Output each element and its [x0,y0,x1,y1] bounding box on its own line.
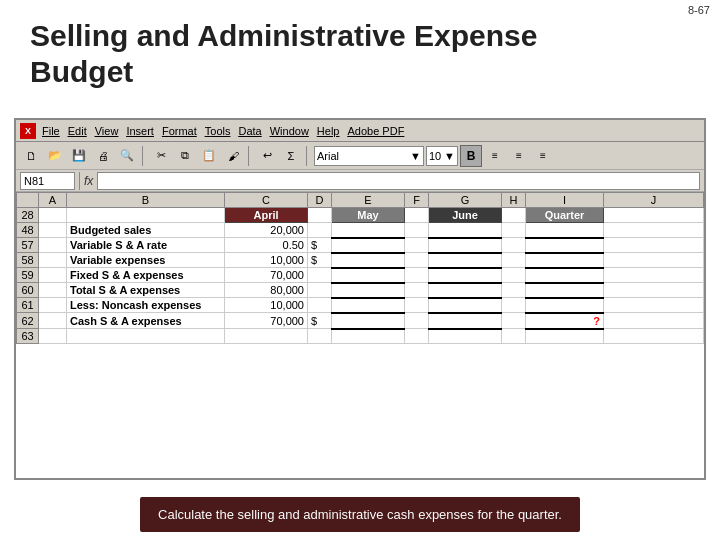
undo-button[interactable]: ↩ [256,145,278,167]
cell-j62[interactable] [604,313,704,329]
formula-input[interactable] [97,172,700,190]
cell-b57[interactable]: Variable S & A rate [67,238,225,253]
cell-i48[interactable] [526,223,604,238]
cell-f63[interactable] [405,329,429,344]
cell-c60[interactable]: 80,000 [225,283,308,298]
cell-h62[interactable] [502,313,526,329]
bold-button[interactable]: B [460,145,482,167]
menu-insert[interactable]: Insert [126,125,154,137]
cell-b61[interactable]: Less: Noncash expenses [67,298,225,313]
menu-format[interactable]: Format [162,125,197,137]
cell-f59[interactable] [405,268,429,283]
cell-g58[interactable] [429,253,502,268]
cell-i62-question[interactable]: ? [526,313,604,329]
cell-h57[interactable] [502,238,526,253]
cell-b48[interactable]: Budgeted sales [67,223,225,238]
cell-e58[interactable] [332,253,405,268]
save-button[interactable]: 💾 [68,145,90,167]
cell-g61[interactable] [429,298,502,313]
menu-window[interactable]: Window [270,125,309,137]
cell-e60[interactable] [332,283,405,298]
sigma-button[interactable]: Σ [280,145,302,167]
cell-a28[interactable] [39,208,67,223]
cell-b60[interactable]: Total S & A expenses [67,283,225,298]
copy-button[interactable]: ⧉ [174,145,196,167]
print-button[interactable]: 🖨 [92,145,114,167]
menu-edit[interactable]: Edit [68,125,87,137]
cell-a63[interactable] [39,329,67,344]
menu-tools[interactable]: Tools [205,125,231,137]
cell-j58[interactable] [604,253,704,268]
cell-g48[interactable] [429,223,502,238]
cell-j48[interactable] [604,223,704,238]
cell-a60[interactable] [39,283,67,298]
cell-reference-box[interactable]: N81 [20,172,75,190]
cell-g60[interactable] [429,283,502,298]
menu-help[interactable]: Help [317,125,340,137]
cell-c48[interactable]: 20,000 [225,223,308,238]
cell-d57[interactable]: $ [308,238,332,253]
cell-f62[interactable] [405,313,429,329]
cell-d63[interactable] [308,329,332,344]
cell-a48[interactable] [39,223,67,238]
menu-adobe-pdf[interactable]: Adobe PDF [347,125,404,137]
cell-a58[interactable] [39,253,67,268]
cell-j59[interactable] [604,268,704,283]
cell-b62[interactable]: Cash S & A expenses [67,313,225,329]
cell-b58[interactable]: Variable expenses [67,253,225,268]
cell-j63[interactable] [604,329,704,344]
cell-e63[interactable] [332,329,405,344]
cell-e61[interactable] [332,298,405,313]
cell-g59[interactable] [429,268,502,283]
cell-c63[interactable] [225,329,308,344]
cell-a62[interactable] [39,313,67,329]
cell-e62[interactable] [332,313,405,329]
open-button[interactable]: 📂 [44,145,66,167]
preview-button[interactable]: 🔍 [116,145,138,167]
cut-button[interactable]: ✂ [150,145,172,167]
cell-a57[interactable] [39,238,67,253]
cell-e59[interactable] [332,268,405,283]
cell-b63[interactable] [67,329,225,344]
menu-file[interactable]: File [42,125,60,137]
cell-d61[interactable] [308,298,332,313]
cell-f58[interactable] [405,253,429,268]
cell-i59[interactable] [526,268,604,283]
cell-c61[interactable]: 10,000 [225,298,308,313]
cell-g57[interactable] [429,238,502,253]
cell-f48[interactable] [405,223,429,238]
cell-e48[interactable] [332,223,405,238]
align-left-button[interactable]: ≡ [484,145,506,167]
cell-c59[interactable]: 70,000 [225,268,308,283]
cell-a61[interactable] [39,298,67,313]
menu-data[interactable]: Data [238,125,261,137]
cell-e57[interactable] [332,238,405,253]
cell-d58[interactable]: $ [308,253,332,268]
cell-b28[interactable] [67,208,225,223]
cell-i58[interactable] [526,253,604,268]
cell-c62[interactable]: 70,000 [225,313,308,329]
cell-f60[interactable] [405,283,429,298]
menu-view[interactable]: View [95,125,119,137]
cell-i57[interactable] [526,238,604,253]
font-selector[interactable]: Arial ▼ [314,146,424,166]
cell-g63[interactable] [429,329,502,344]
cell-h59[interactable] [502,268,526,283]
cell-h58[interactable] [502,253,526,268]
cell-h60[interactable] [502,283,526,298]
cell-i61[interactable] [526,298,604,313]
cell-j57[interactable] [604,238,704,253]
cell-c58[interactable]: 10,000 [225,253,308,268]
cell-h63[interactable] [502,329,526,344]
cell-d62[interactable]: $ [308,313,332,329]
new-button[interactable]: 🗋 [20,145,42,167]
cell-a59[interactable] [39,268,67,283]
cell-g62[interactable] [429,313,502,329]
paste-button[interactable]: 📋 [198,145,220,167]
cell-b59[interactable]: Fixed S & A expenses [67,268,225,283]
align-center-button[interactable]: ≡ [508,145,530,167]
cell-d59[interactable] [308,268,332,283]
cell-f57[interactable] [405,238,429,253]
align-right-button[interactable]: ≡ [532,145,554,167]
cell-c57[interactable]: 0.50 [225,238,308,253]
